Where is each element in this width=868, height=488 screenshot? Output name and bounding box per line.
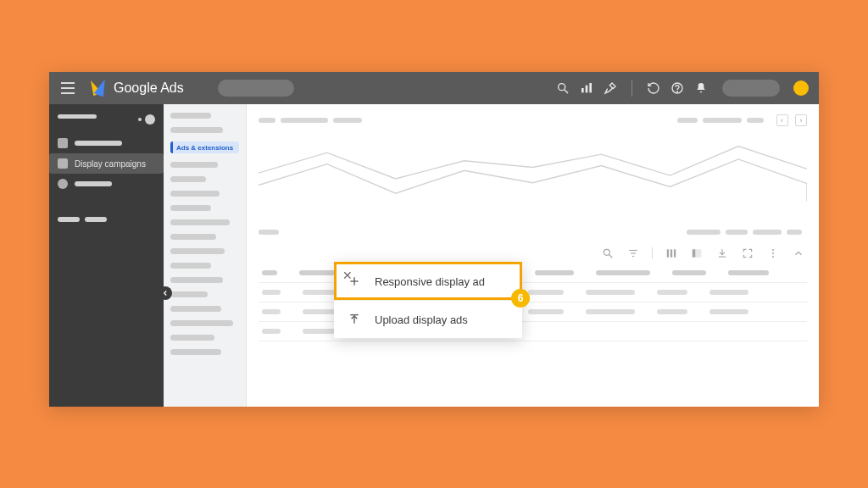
help-icon[interactable]: [670, 80, 685, 96]
sidebar-item-label: [58, 217, 80, 222]
svg-rect-4: [589, 83, 592, 92]
row-icon: [58, 138, 68, 148]
performance-chart: [259, 136, 807, 218]
sidebar-item-display-campaigns[interactable]: Display campaigns: [49, 153, 164, 174]
sidebar-item-placeholder[interactable]: [49, 174, 164, 194]
nav-item[interactable]: [170, 335, 214, 341]
notifications-icon[interactable]: [693, 80, 709, 96]
table-header-cell[interactable]: [535, 270, 574, 275]
svg-point-7: [604, 249, 609, 255]
nav-item-label: Ads & extensions: [176, 144, 233, 152]
nav-item[interactable]: [170, 127, 223, 133]
nav-item[interactable]: [170, 113, 211, 119]
main-content: ‹ ›: [247, 104, 819, 407]
svg-rect-12: [667, 249, 669, 257]
svg-rect-2: [581, 88, 584, 92]
nav-item[interactable]: [170, 205, 211, 211]
svg-point-6: [677, 92, 678, 92]
menu-item-label: Upload display ads: [375, 313, 468, 326]
menu-item-label: Responsive display ad: [375, 275, 485, 288]
sidebar-item-label: [75, 141, 122, 146]
nav-item[interactable]: [170, 320, 233, 326]
nav-item[interactable]: [170, 277, 223, 283]
separator: [632, 80, 632, 97]
reports-icon[interactable]: [579, 80, 594, 96]
svg-rect-3: [586, 86, 588, 93]
sidebar-item-label: Display campaigns: [75, 159, 146, 169]
sidebar-header: [58, 114, 97, 119]
nav-item[interactable]: [170, 306, 221, 312]
svg-rect-14: [674, 249, 676, 257]
plus-icon: [348, 274, 361, 288]
refresh-icon[interactable]: [646, 80, 661, 96]
table-header-cell[interactable]: [299, 270, 335, 275]
top-right-tools: [555, 80, 819, 97]
sidebar-item-placeholder[interactable]: [49, 209, 164, 230]
menu-item-responsive-display-ad[interactable]: Responsive display ad 6: [334, 262, 522, 300]
sidebar-item-label: [75, 181, 112, 186]
breadcrumb-row: ‹ ›: [247, 104, 819, 133]
svg-rect-13: [670, 249, 672, 257]
chevron-left-icon[interactable]: ‹: [776, 114, 788, 126]
filter-icon[interactable]: [626, 247, 640, 260]
nav-item[interactable]: [170, 234, 216, 240]
svg-point-20: [772, 256, 774, 258]
table-header-cell[interactable]: [596, 270, 650, 275]
nav-item[interactable]: [170, 176, 206, 182]
search-icon[interactable]: [601, 247, 615, 260]
columns-icon[interactable]: [690, 247, 704, 260]
svg-point-18: [772, 249, 774, 251]
expand-icon[interactable]: [741, 247, 754, 260]
account-selector[interactable]: [218, 80, 294, 97]
app-title: Google Ads: [114, 80, 184, 96]
nav-item[interactable]: [170, 291, 208, 297]
sidebar-kebab-icon[interactable]: [138, 118, 142, 121]
new-ad-menu: ✕ Responsive display ad 6 Upload display…: [334, 262, 522, 338]
app-window: Google Ads: [49, 72, 819, 407]
row-icon: [58, 158, 68, 169]
brand-block: Google Ads: [90, 80, 184, 97]
svg-rect-16: [693, 249, 696, 257]
sidebar-expand-icon[interactable]: [145, 114, 155, 125]
segment-icon[interactable]: [665, 247, 678, 260]
nav-item-ads-extensions[interactable]: Ads & extensions: [170, 141, 239, 153]
table-header-cell[interactable]: [672, 270, 706, 275]
svg-point-0: [559, 84, 565, 91]
table-header-cell[interactable]: [728, 270, 769, 275]
svg-point-19: [772, 252, 774, 254]
nav-item[interactable]: [170, 349, 221, 355]
nav-item[interactable]: [170, 219, 230, 225]
collapse-sidebar-icon[interactable]: [159, 286, 172, 300]
tools-icon[interactable]: [603, 80, 618, 96]
row-icon: [58, 179, 68, 189]
menu-item-upload-display-ads[interactable]: Upload display ads: [334, 300, 522, 338]
more-icon[interactable]: [766, 247, 780, 260]
primary-sidebar: Display campaigns: [49, 104, 164, 407]
nav-item[interactable]: [170, 248, 225, 254]
download-icon[interactable]: [715, 247, 729, 260]
separator: [652, 247, 653, 259]
sidebar-item-placeholder[interactable]: [49, 133, 164, 153]
sidebar-item-label: [85, 217, 107, 222]
search-icon[interactable]: [555, 80, 570, 96]
nav-item[interactable]: [170, 191, 220, 197]
nav-item[interactable]: [170, 162, 218, 168]
top-app-bar: Google Ads: [49, 72, 819, 104]
chevron-up-icon[interactable]: [792, 247, 805, 260]
svg-line-8: [609, 255, 613, 258]
upload-icon: [348, 313, 361, 326]
chevron-right-icon[interactable]: ›: [795, 114, 807, 126]
menu-icon[interactable]: [58, 78, 78, 98]
date-range[interactable]: ‹ ›: [677, 111, 807, 126]
svg-line-1: [565, 90, 568, 93]
breadcrumb: [259, 111, 367, 126]
profile-avatar[interactable]: [793, 80, 809, 96]
app-body: Display campaigns Ads & extensions: [49, 104, 819, 407]
table-header-cell[interactable]: [262, 270, 277, 275]
account-badge[interactable]: [722, 80, 780, 97]
google-ads-logo-icon: [90, 80, 107, 97]
secondary-nav: Ads & extensions: [164, 104, 247, 407]
step-badge: 6: [511, 289, 530, 308]
chart-footer-row: [247, 218, 819, 241]
nav-item[interactable]: [170, 263, 211, 269]
